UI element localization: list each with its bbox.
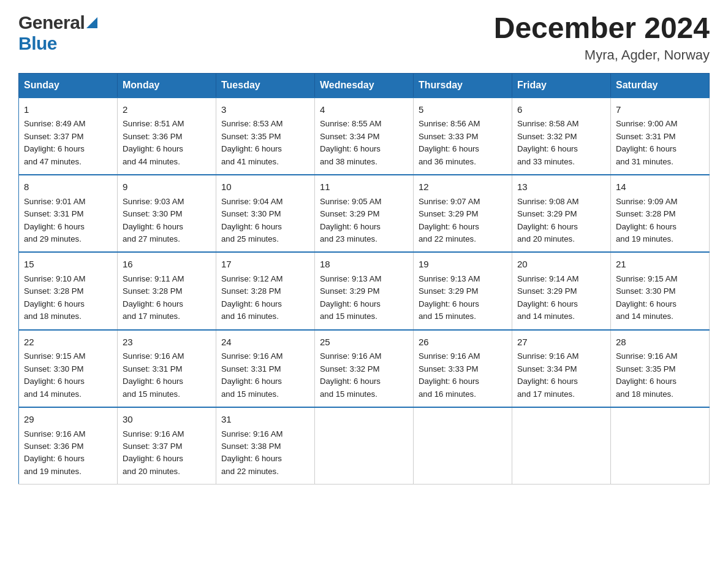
day-info: Sunrise: 8:53 AMSunset: 3:35 PMDaylight:… [221, 119, 282, 166]
day-number: 14 [616, 180, 704, 194]
day-info: Sunrise: 9:12 AMSunset: 3:28 PMDaylight:… [221, 274, 282, 321]
day-number: 12 [419, 180, 507, 194]
calendar-week-row: 29Sunrise: 9:16 AMSunset: 3:36 PMDayligh… [19, 407, 710, 484]
day-number: 31 [221, 413, 309, 427]
calendar-cell: 10Sunrise: 9:04 AMSunset: 3:30 PMDayligh… [216, 175, 315, 252]
day-number: 30 [123, 413, 211, 427]
logo-triangle-icon [86, 17, 97, 31]
day-number: 6 [517, 103, 605, 117]
day-number: 25 [320, 335, 408, 350]
day-number: 24 [221, 335, 309, 350]
day-info: Sunrise: 9:04 AMSunset: 3:30 PMDaylight:… [221, 197, 282, 243]
svg-marker-0 [86, 17, 97, 28]
day-info: Sunrise: 8:55 AMSunset: 3:34 PMDaylight:… [320, 119, 381, 166]
day-number: 13 [517, 180, 605, 194]
title-block: December 2024 Myra, Agder, Norway [494, 12, 710, 63]
day-number: 27 [517, 335, 605, 350]
day-info: Sunrise: 9:16 AMSunset: 3:36 PMDaylight:… [24, 429, 85, 476]
day-number: 9 [123, 180, 211, 194]
calendar-cell: 17Sunrise: 9:12 AMSunset: 3:28 PMDayligh… [216, 252, 315, 329]
day-number: 7 [616, 103, 704, 117]
day-info: Sunrise: 8:56 AMSunset: 3:33 PMDaylight:… [419, 119, 480, 166]
day-info: Sunrise: 9:13 AMSunset: 3:29 PMDaylight:… [320, 274, 381, 321]
calendar-cell: 6Sunrise: 8:58 AMSunset: 3:32 PMDaylight… [512, 98, 611, 175]
day-info: Sunrise: 9:16 AMSunset: 3:31 PMDaylight:… [123, 351, 184, 398]
day-info: Sunrise: 9:15 AMSunset: 3:30 PMDaylight:… [616, 274, 677, 321]
calendar-week-row: 15Sunrise: 9:10 AMSunset: 3:28 PMDayligh… [19, 252, 710, 329]
day-info: Sunrise: 8:58 AMSunset: 3:32 PMDaylight:… [517, 119, 578, 166]
day-info: Sunrise: 9:05 AMSunset: 3:29 PMDaylight:… [320, 197, 381, 243]
day-number: 4 [320, 103, 408, 117]
day-number: 26 [419, 335, 507, 350]
calendar-week-row: 22Sunrise: 9:15 AMSunset: 3:30 PMDayligh… [19, 330, 710, 407]
calendar-cell: 31Sunrise: 9:16 AMSunset: 3:38 PMDayligh… [216, 407, 315, 484]
calendar-cell: 3Sunrise: 8:53 AMSunset: 3:35 PMDaylight… [216, 98, 315, 175]
calendar-cell: 13Sunrise: 9:08 AMSunset: 3:29 PMDayligh… [512, 175, 611, 252]
calendar-cell: 24Sunrise: 9:16 AMSunset: 3:31 PMDayligh… [216, 330, 315, 407]
day-info: Sunrise: 9:08 AMSunset: 3:29 PMDaylight:… [517, 197, 578, 243]
day-info: Sunrise: 9:16 AMSunset: 3:35 PMDaylight:… [616, 351, 677, 398]
day-info: Sunrise: 9:11 AMSunset: 3:28 PMDaylight:… [123, 274, 184, 321]
day-info: Sunrise: 9:00 AMSunset: 3:31 PMDaylight:… [616, 119, 677, 166]
logo-general-text: General [18, 12, 85, 33]
col-header-monday: Monday [118, 73, 216, 98]
calendar-table: SundayMondayTuesdayWednesdayThursdayFrid… [18, 73, 710, 485]
day-number: 16 [123, 258, 211, 272]
day-number: 18 [320, 258, 408, 272]
calendar-cell: 12Sunrise: 9:07 AMSunset: 3:29 PMDayligh… [414, 175, 512, 252]
day-info: Sunrise: 9:16 AMSunset: 3:34 PMDaylight:… [517, 351, 578, 398]
calendar-cell: 25Sunrise: 9:16 AMSunset: 3:32 PMDayligh… [315, 330, 414, 407]
day-info: Sunrise: 9:16 AMSunset: 3:33 PMDaylight:… [419, 351, 480, 398]
day-info: Sunrise: 9:03 AMSunset: 3:30 PMDaylight:… [123, 197, 184, 243]
location-title: Myra, Agder, Norway [494, 47, 710, 63]
day-info: Sunrise: 9:15 AMSunset: 3:30 PMDaylight:… [24, 351, 85, 398]
calendar-cell: 1Sunrise: 8:49 AMSunset: 3:37 PMDaylight… [19, 98, 118, 175]
day-info: Sunrise: 9:01 AMSunset: 3:31 PMDaylight:… [24, 197, 85, 243]
day-info: Sunrise: 9:07 AMSunset: 3:29 PMDaylight:… [419, 197, 480, 243]
calendar-cell: 27Sunrise: 9:16 AMSunset: 3:34 PMDayligh… [512, 330, 611, 407]
day-number: 23 [123, 335, 211, 350]
day-number: 17 [221, 258, 309, 272]
day-number: 15 [24, 258, 112, 272]
calendar-cell: 26Sunrise: 9:16 AMSunset: 3:33 PMDayligh… [414, 330, 512, 407]
col-header-tuesday: Tuesday [216, 73, 315, 98]
day-number: 21 [616, 258, 704, 272]
day-info: Sunrise: 9:13 AMSunset: 3:29 PMDaylight:… [419, 274, 480, 321]
day-info: Sunrise: 9:16 AMSunset: 3:37 PMDaylight:… [123, 429, 184, 476]
day-info: Sunrise: 9:16 AMSunset: 3:32 PMDaylight:… [320, 351, 381, 398]
day-number: 3 [221, 103, 309, 117]
calendar-cell [414, 407, 512, 484]
col-header-wednesday: Wednesday [315, 73, 414, 98]
day-info: Sunrise: 9:10 AMSunset: 3:28 PMDaylight:… [24, 274, 85, 321]
calendar-cell: 19Sunrise: 9:13 AMSunset: 3:29 PMDayligh… [414, 252, 512, 329]
day-number: 2 [123, 103, 211, 117]
day-info: Sunrise: 9:16 AMSunset: 3:38 PMDaylight:… [221, 429, 282, 476]
month-title: December 2024 [494, 12, 710, 45]
col-header-thursday: Thursday [414, 73, 512, 98]
day-info: Sunrise: 9:14 AMSunset: 3:29 PMDaylight:… [517, 274, 578, 321]
page-header: General Blue December 2024 Myra, Agder, … [18, 12, 710, 63]
calendar-week-row: 8Sunrise: 9:01 AMSunset: 3:31 PMDaylight… [19, 175, 710, 252]
calendar-cell [315, 407, 414, 484]
calendar-cell: 14Sunrise: 9:09 AMSunset: 3:28 PMDayligh… [611, 175, 710, 252]
calendar-cell [512, 407, 611, 484]
col-header-saturday: Saturday [611, 73, 710, 98]
calendar-cell: 4Sunrise: 8:55 AMSunset: 3:34 PMDaylight… [315, 98, 414, 175]
day-number: 8 [24, 180, 112, 194]
day-number: 28 [616, 335, 704, 350]
calendar-cell: 21Sunrise: 9:15 AMSunset: 3:30 PMDayligh… [611, 252, 710, 329]
calendar-cell: 16Sunrise: 9:11 AMSunset: 3:28 PMDayligh… [118, 252, 216, 329]
calendar-cell: 28Sunrise: 9:16 AMSunset: 3:35 PMDayligh… [611, 330, 710, 407]
day-info: Sunrise: 9:09 AMSunset: 3:28 PMDaylight:… [616, 197, 677, 243]
calendar-cell [611, 407, 710, 484]
calendar-cell: 15Sunrise: 9:10 AMSunset: 3:28 PMDayligh… [19, 252, 118, 329]
calendar-cell: 9Sunrise: 9:03 AMSunset: 3:30 PMDaylight… [118, 175, 216, 252]
day-number: 22 [24, 335, 112, 350]
logo: General Blue [18, 12, 97, 54]
calendar-cell: 22Sunrise: 9:15 AMSunset: 3:30 PMDayligh… [19, 330, 118, 407]
calendar-cell: 11Sunrise: 9:05 AMSunset: 3:29 PMDayligh… [315, 175, 414, 252]
col-header-sunday: Sunday [19, 73, 118, 98]
day-info: Sunrise: 9:16 AMSunset: 3:31 PMDaylight:… [221, 351, 282, 398]
day-number: 5 [419, 103, 507, 117]
calendar-cell: 30Sunrise: 9:16 AMSunset: 3:37 PMDayligh… [118, 407, 216, 484]
